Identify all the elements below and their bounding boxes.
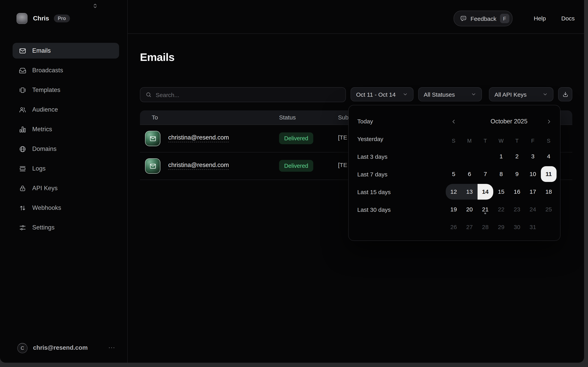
calendar-day-20[interactable]: 20 [462, 201, 478, 217]
sidebar-item-metrics[interactable]: Metrics [13, 121, 119, 137]
search-icon [145, 92, 152, 98]
page-title: Emails [140, 51, 175, 64]
calendar-day-27: 27 [462, 219, 478, 235]
next-month-button[interactable] [541, 116, 556, 127]
api-key-filter-button[interactable]: All API Keys [489, 87, 554, 101]
sidebar-item-webhooks[interactable]: Webhooks [13, 200, 119, 216]
calendar-day-29: 29 [493, 219, 509, 235]
sidebar-item-audience[interactable]: Audience [13, 102, 119, 117]
calendar-day-12[interactable]: 12 [446, 184, 462, 200]
calendar-day-25: 25 [541, 201, 557, 217]
sidebar-nav: EmailsBroadcastsTemplatesAudienceMetrics… [13, 43, 119, 239]
calendar-day-7[interactable]: 7 [477, 166, 493, 182]
calendar-day-31: 31 [525, 219, 541, 235]
calendar-day-16[interactable]: 16 [509, 184, 525, 200]
calendar-day-2[interactable]: 2 [509, 148, 525, 164]
calendar-day-8[interactable]: 8 [493, 166, 509, 182]
calendar-day-9[interactable]: 9 [509, 166, 525, 182]
sidebar-item-api-keys[interactable]: API Keys [13, 180, 119, 196]
preset-today[interactable]: Today [357, 116, 391, 127]
users-icon [19, 106, 26, 113]
sliders-icon [19, 224, 26, 231]
sidebar-item-label: Domains [32, 145, 57, 152]
chevrons-up-down-icon[interactable] [92, 3, 98, 9]
weekday-label: F [525, 135, 541, 147]
download-icon [562, 91, 569, 98]
sidebar-item-label: API Keys [32, 185, 58, 192]
account-footer: C chris@resend.com [0, 342, 127, 354]
sidebar-item-domains[interactable]: Domains [13, 141, 119, 157]
bar-chart-icon [19, 125, 26, 133]
sidebar-item-settings[interactable]: Settings [13, 220, 119, 235]
sidebar: Chris Pro EmailsBroadcastsTemplatesAudie… [0, 0, 128, 363]
inbox-icon [19, 67, 26, 74]
email-subject: [TE [338, 134, 347, 141]
recipient-email: christina@resend.com [168, 134, 229, 141]
date-range-filter-button[interactable]: Oct 11 - Oct 14 [351, 87, 413, 101]
calendar-day-15[interactable]: 15 [493, 184, 509, 200]
sidebar-item-emails[interactable]: Emails [13, 43, 119, 58]
workspace-switcher[interactable]: Chris Pro [17, 13, 70, 24]
calendar-day-18[interactable]: 18 [541, 184, 557, 200]
calendar-day-28: 28 [477, 219, 493, 235]
logs-icon [19, 165, 26, 172]
calendar-day-3[interactable]: 3 [525, 148, 541, 164]
calendar-day-6[interactable]: 6 [462, 166, 478, 182]
status-filter-button[interactable]: All Statuses [418, 87, 482, 101]
calendar-day-5[interactable]: 5 [446, 166, 462, 182]
sidebar-item-broadcasts[interactable]: Broadcasts [13, 62, 119, 78]
sidebar-item-templates[interactable]: Templates [13, 82, 119, 98]
envelope-icon [19, 47, 26, 54]
weekday-label: T [477, 135, 493, 147]
calendar-day-17[interactable]: 17 [525, 184, 541, 200]
calendar-day-22: 22 [493, 201, 509, 217]
preset-last-15-days[interactable]: Last 15 days [357, 186, 391, 198]
preset-last-3-days[interactable]: Last 3 days [357, 151, 391, 163]
account-avatar: C [17, 343, 27, 353]
desktop-background: Chris Pro EmailsBroadcastsTemplatesAudie… [0, 0, 588, 367]
docs-link[interactable]: Docs [561, 15, 575, 22]
date-preset-list: TodayYesterdayLast 3 daysLast 7 daysLast… [357, 116, 391, 222]
calendar-day-10[interactable]: 10 [525, 166, 541, 182]
account-email: chris@resend.com [33, 344, 88, 351]
calendar-day-11[interactable]: 11 [541, 166, 557, 182]
plan-badge: Pro [54, 15, 70, 23]
speech-bubble-icon [460, 15, 467, 22]
calendar-day-14[interactable]: 14 [477, 184, 493, 200]
feedback-button[interactable]: Feedback F [454, 11, 512, 26]
previous-month-button[interactable] [446, 116, 462, 127]
weekday-label: W [493, 135, 509, 147]
weekday-label: S [446, 135, 462, 147]
export-button[interactable] [558, 87, 572, 101]
sidebar-item-label: Audience [32, 106, 58, 113]
preset-last-7-days[interactable]: Last 7 days [357, 168, 391, 180]
calendar-day-4[interactable]: 4 [541, 148, 557, 164]
email-type-icon [145, 131, 160, 146]
email-subject: [TE [338, 161, 347, 168]
calendar-day-21[interactable]: 21 [477, 201, 493, 217]
user-name: Chris [33, 15, 49, 22]
calendar-day-23: 23 [509, 201, 525, 217]
search-input[interactable] [156, 91, 345, 98]
weekday-label: T [509, 135, 525, 147]
status-filter-label: All Statuses [424, 91, 455, 98]
help-link[interactable]: Help [534, 15, 546, 22]
date-range-picker-popup: TodayYesterdayLast 3 daysLast 7 daysLast… [348, 105, 561, 241]
preset-last-30-days[interactable]: Last 30 days [357, 204, 391, 216]
calendar-day-24: 24 [525, 201, 541, 217]
sidebar-item-logs[interactable]: Logs [13, 161, 119, 176]
app-window: Chris Pro EmailsBroadcastsTemplatesAudie… [0, 0, 584, 363]
calendar-day-19[interactable]: 19 [446, 201, 462, 217]
status-badge: Delivered [279, 133, 313, 144]
api-key-filter-label: All API Keys [495, 91, 527, 98]
column-header-status: Status [279, 114, 296, 121]
preset-yesterday[interactable]: Yesterday [357, 133, 391, 145]
calendar-day-1[interactable]: 1 [493, 148, 509, 164]
calendar-day-13[interactable]: 13 [462, 184, 478, 200]
calendar-day-26: 26 [446, 219, 462, 235]
topbar-divider [128, 33, 584, 34]
feedback-label: Feedback [470, 15, 496, 22]
sidebar-item-label: Webhooks [32, 204, 61, 211]
ellipsis-icon[interactable] [108, 344, 116, 352]
arrows-up-down-icon [19, 204, 26, 212]
